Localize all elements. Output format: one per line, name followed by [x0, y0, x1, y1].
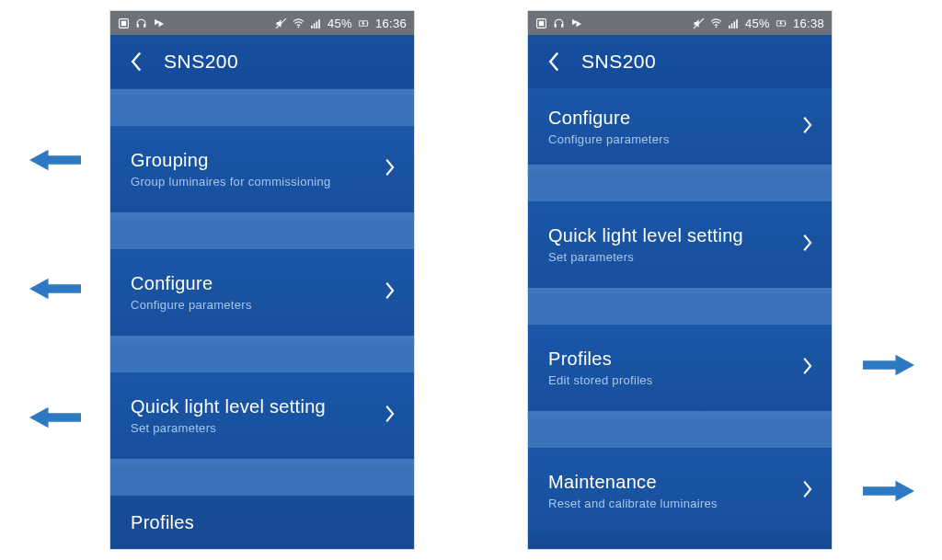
svg-rect-28 [785, 22, 786, 24]
svg-rect-17 [555, 24, 557, 28]
svg-rect-9 [314, 23, 316, 28]
mute-icon [275, 17, 287, 29]
battery-charging-icon [358, 17, 370, 29]
arrow-right-icon [863, 478, 914, 504]
svg-rect-8 [311, 25, 313, 28]
svg-rect-16 [539, 20, 544, 25]
menu-item-title: Configure [548, 108, 670, 129]
separator [528, 170, 832, 201]
menu-item-configure[interactable]: Configure Configure parameters [110, 249, 414, 336]
chevron-left-icon [130, 50, 144, 74]
screenshot-icon [118, 17, 130, 29]
svg-marker-34 [863, 481, 914, 501]
svg-point-7 [298, 26, 300, 28]
page-title: SNS200 [581, 51, 656, 73]
phone-screenshot-right: 45% 16:38 SNS200 Configure Configure par… [528, 11, 832, 549]
clock-label: 16:38 [793, 17, 824, 30]
menu-item-subtitle: Group luminaires for commissioning [131, 175, 331, 189]
menu-item-title: Quick light level setting [548, 225, 743, 246]
screenshot-icon [535, 17, 547, 29]
svg-rect-23 [729, 25, 730, 28]
svg-rect-2 [137, 24, 139, 28]
menu-item-subtitle: Set parameters [548, 250, 743, 264]
status-bar-right: 45% 16:38 [693, 17, 824, 30]
page-title: SNS200 [164, 51, 238, 73]
separator [528, 293, 832, 325]
svg-rect-11 [318, 19, 320, 29]
signal-icon [310, 17, 322, 29]
headphones-icon [553, 17, 565, 29]
battery-label: 45% [327, 17, 352, 30]
chevron-left-icon [547, 50, 562, 74]
chevron-right-icon [800, 233, 813, 257]
phone-screenshot-left: 45% 16:36 SNS200 Grouping Group luminair… [110, 11, 414, 549]
menu-item-grouping[interactable]: Grouping Group luminaires for commission… [110, 126, 414, 212]
clock-label: 16:36 [375, 17, 407, 30]
menu-item-profiles-peek[interactable]: Profiles [110, 496, 414, 533]
separator [110, 341, 414, 372]
menu-item-title: Grouping [131, 150, 331, 171]
svg-marker-31 [29, 279, 81, 299]
separator [528, 417, 832, 448]
svg-rect-13 [367, 22, 368, 24]
chevron-right-icon [383, 157, 396, 181]
menu-item-title: Profiles [131, 512, 194, 532]
menu-item-title: Configure [131, 273, 252, 294]
svg-marker-32 [29, 407, 81, 428]
status-bar-right: 45% 16:36 [275, 17, 407, 30]
arrow-left-icon [29, 147, 81, 173]
chevron-right-icon [800, 356, 813, 380]
menu-item-subtitle: Reset and calibrate luminaires [548, 497, 718, 510]
mute-icon [693, 17, 705, 29]
svg-rect-1 [121, 20, 126, 25]
svg-point-22 [716, 26, 718, 28]
status-bar: 45% 16:36 [110, 11, 414, 35]
separator [110, 464, 414, 496]
menu-item-configure[interactable]: Configure Configure parameters [528, 89, 832, 165]
chevron-right-icon [800, 115, 813, 139]
menu-item-subtitle: Configure parameters [131, 298, 252, 312]
chevron-right-icon [383, 280, 396, 304]
status-bar-left [118, 17, 165, 29]
chevron-right-icon [800, 479, 813, 503]
status-bar: 45% 16:38 [528, 11, 832, 35]
menu-item-title: Quick light level setting [131, 396, 326, 417]
svg-marker-33 [863, 355, 914, 375]
menu-item-quick-light-level[interactable]: Quick light level setting Set parameters [528, 201, 832, 288]
arrow-left-icon [29, 276, 81, 302]
back-button[interactable] [528, 50, 581, 74]
battery-charging-icon [775, 17, 787, 29]
separator [110, 95, 414, 126]
play-icon [153, 17, 165, 29]
svg-rect-18 [561, 24, 563, 28]
battery-label: 45% [745, 17, 770, 30]
svg-rect-26 [736, 19, 738, 29]
menu-item-subtitle: Configure parameters [548, 132, 670, 146]
svg-rect-25 [734, 21, 736, 29]
menu-item-maintenance[interactable]: Maintenance Reset and calibrate luminair… [528, 448, 832, 534]
chevron-right-icon [383, 404, 396, 428]
arrow-right-icon [863, 352, 914, 378]
menu-item-profiles[interactable]: Profiles Edit stored profiles [528, 325, 832, 411]
menu-item-title: Profiles [548, 349, 653, 370]
back-button[interactable] [110, 50, 164, 74]
svg-marker-20 [577, 20, 581, 27]
headphones-icon [135, 17, 147, 29]
arrow-left-icon [29, 405, 81, 430]
svg-rect-24 [731, 23, 733, 28]
play-icon [570, 17, 582, 29]
svg-marker-5 [159, 20, 164, 27]
menu-item-title: Maintenance [548, 472, 718, 493]
nav-bar: SNS200 [528, 35, 832, 89]
wifi-icon [710, 17, 722, 29]
separator [110, 218, 414, 249]
menu-item-subtitle: Set parameters [131, 421, 326, 435]
signal-icon [728, 17, 740, 29]
status-bar-left [535, 17, 582, 29]
svg-rect-10 [316, 21, 318, 29]
menu-item-quick-light-level[interactable]: Quick light level setting Set parameters [110, 372, 414, 459]
svg-rect-3 [144, 24, 145, 28]
svg-marker-30 [29, 150, 81, 170]
nav-bar: SNS200 [110, 35, 414, 89]
menu-item-subtitle: Edit stored profiles [548, 373, 653, 387]
